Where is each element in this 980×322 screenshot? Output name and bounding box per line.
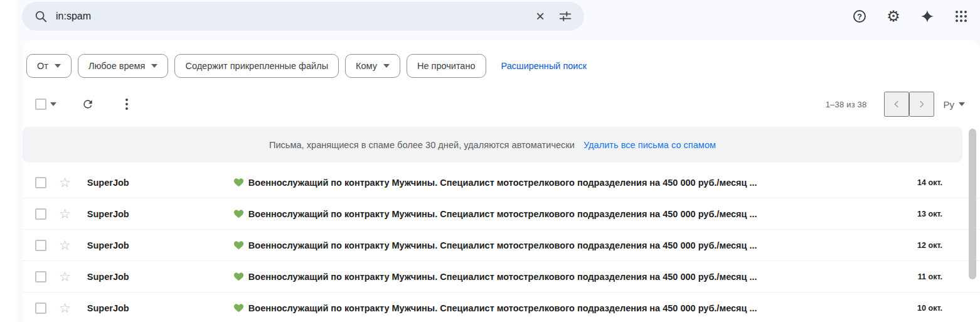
pagination-count: 1–38 из 38 [826,100,867,109]
more-options-icon[interactable] [114,92,139,117]
green-heart-icon [233,208,244,219]
select-all-checkbox[interactable] [35,99,46,110]
older-page-icon[interactable] [909,92,934,117]
filter-chip[interactable]: Кому [345,54,400,78]
email-subject: Военнослужащий по контракту Мужчины. Спе… [248,209,885,219]
help-icon[interactable]: ? [847,4,872,29]
apps-grid-icon[interactable] [949,4,974,29]
row-checkbox[interactable] [35,240,46,251]
delete-all-spam-link[interactable]: Удалить все письма со спамом [583,140,716,150]
email-list: ☆ SuperJob Военнослужащий по контракту М… [23,167,980,322]
email-sender: SuperJob [87,240,233,250]
filter-chip[interactable]: Содержит прикрепленные файлы [174,54,339,78]
spam-notice-banner: Письма, хранящиеся в спаме более 30 дней… [23,127,962,163]
search-icon[interactable] [28,4,53,29]
settings-gear-icon[interactable]: ⚙ [881,4,906,29]
input-language-label: Ру [943,99,954,110]
list-toolbar: 1–38 из 38 Ру [30,90,965,119]
green-heart-icon [233,240,244,250]
search-bar[interactable]: × [22,2,584,31]
star-icon[interactable]: ☆ [59,239,71,252]
chip-caret-icon [151,64,157,68]
row-checkbox[interactable] [35,208,46,220]
scrollbar-thumb[interactable] [969,129,976,279]
star-icon[interactable]: ☆ [59,270,71,283]
chip-caret-icon [55,64,61,68]
left-gutter [0,0,18,322]
email-date: 12 окт. [885,241,942,250]
filter-chip[interactable]: Любое время [78,54,169,78]
star-icon[interactable]: ☆ [59,207,71,220]
spam-notice-text: Письма, хранящиеся в спаме более 30 дней… [269,140,575,150]
row-checkbox[interactable] [35,177,46,188]
email-sender: SuperJob [87,178,233,188]
refresh-icon[interactable] [75,92,100,117]
mail-list-card: От Любое время Содержит прикрепленные фа… [23,40,980,322]
top-bar: × ? ⚙ [0,0,980,39]
email-date: 11 окт. [885,272,942,281]
email-subject: Военнослужащий по контракту Мужчины. Спе… [248,272,885,282]
email-row[interactable]: ☆ SuperJob Военнослужащий по контракту М… [23,167,980,198]
email-date: 14 окт. [885,178,942,187]
select-all-caret-icon[interactable] [50,102,56,106]
select-all-control[interactable] [30,99,61,110]
green-heart-icon [233,271,244,282]
gemini-sparkle-icon[interactable] [915,4,940,29]
email-subject: Военнослужащий по контракту Мужчины. Спе… [248,240,885,250]
email-date: 10 окт. [885,304,942,313]
email-row[interactable]: ☆ SuperJob Военнослужащий по контракту М… [23,198,980,230]
chip-caret-icon [383,64,390,68]
email-sender: SuperJob [87,272,233,282]
email-subject: Военнослужащий по контракту Мужчины. Спе… [248,303,885,313]
email-sender: SuperJob [87,303,233,313]
email-subject: Военнослужащий по контракту Мужчины. Спе… [248,178,885,188]
clear-search-icon[interactable]: × [528,4,553,29]
pagination: 1–38 из 38 Ру [826,92,965,117]
search-filter-chips: От Любое время Содержит прикрепленные фа… [26,54,967,78]
language-caret-icon [959,102,965,106]
green-heart-icon [233,303,244,313]
row-checkbox[interactable] [35,303,46,314]
filter-chip[interactable]: От [26,54,72,78]
filter-chip[interactable]: Не прочитано [407,54,486,78]
star-icon[interactable]: ☆ [59,176,71,189]
header-actions: ? ⚙ [847,2,974,31]
green-heart-icon [233,177,244,188]
email-row[interactable]: ☆ SuperJob Военнослужащий по контракту М… [23,292,980,322]
email-row[interactable]: ☆ SuperJob Военнослужащий по контракту М… [23,261,980,292]
newer-page-icon[interactable] [884,92,909,117]
row-checkbox[interactable] [35,271,46,282]
email-sender: SuperJob [87,209,233,219]
email-date: 13 окт. [885,210,942,218]
input-language-selector[interactable]: Ру [943,99,965,110]
search-options-icon[interactable] [553,4,578,29]
search-input[interactable] [56,11,528,22]
star-icon[interactable]: ☆ [59,301,71,314]
email-row[interactable]: ☆ SuperJob Военнослужащий по контракту М… [23,230,980,261]
advanced-search-link[interactable]: Расширенный поиск [501,61,587,71]
